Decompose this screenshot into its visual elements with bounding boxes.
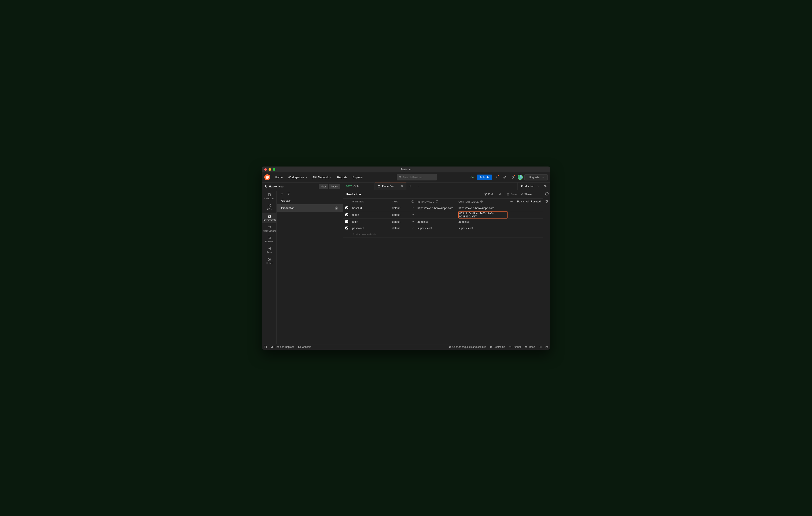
avatar[interactable]: [518, 175, 523, 180]
vnav-history[interactable]: History: [262, 256, 277, 267]
fork-count: 0: [499, 193, 501, 196]
new-tab-button[interactable]: [406, 183, 414, 190]
svg-point-25: [537, 194, 537, 194]
save-button[interactable]: Save: [505, 192, 518, 197]
info-icon[interactable]: [480, 200, 483, 203]
col-type: TYPE: [390, 200, 416, 203]
nav-explore[interactable]: Explore: [350, 174, 365, 180]
cell-current[interactable]: adminius: [457, 220, 509, 223]
cell-variable[interactable]: login: [351, 220, 390, 223]
vnav-mock[interactable]: Mock Servers: [262, 223, 277, 234]
row-checkbox[interactable]: [343, 213, 351, 216]
svg-point-24: [536, 194, 536, 194]
tab-overflow-button[interactable]: [414, 183, 422, 190]
nav-api-network[interactable]: API Network: [310, 174, 334, 180]
row-checkbox[interactable]: [343, 220, 351, 223]
workspace-name-button[interactable]: Hacker Noon: [264, 185, 285, 188]
cell-current[interactable]: supers3cret: [457, 226, 509, 230]
env-item-globals[interactable]: Globals: [277, 197, 343, 204]
capture-cookies-button[interactable]: Capture requests and cookies: [448, 345, 486, 348]
new-button[interactable]: New: [319, 184, 328, 189]
cell-type[interactable]: default: [390, 220, 416, 223]
svg-point-18: [417, 186, 418, 186]
nav-api-network-label: API Network: [312, 176, 329, 179]
env-item-production[interactable]: Production: [277, 204, 343, 212]
invite-button[interactable]: Invite: [477, 175, 492, 180]
vnav-history-label: History: [266, 262, 272, 264]
search-box[interactable]: [397, 174, 437, 180]
cell-current[interactable]: https://paysis.herokuapp.com: [457, 207, 509, 210]
notifications-button[interactable]: [510, 174, 516, 180]
notification-dot: [498, 175, 499, 176]
vnav-environments[interactable]: Environments: [262, 213, 277, 223]
cell-variable[interactable]: token: [351, 213, 390, 216]
vnav-apis[interactable]: APIs: [262, 202, 277, 213]
tab-auth[interactable]: POST Auth: [343, 183, 375, 190]
environment-selector[interactable]: Production: [517, 183, 550, 190]
vnav-flows[interactable]: Flows: [262, 245, 277, 256]
vnav-environments-label: Environments: [263, 219, 276, 221]
search-input[interactable]: [403, 176, 435, 179]
svg-point-3: [504, 177, 505, 178]
info-icon[interactable]: [436, 200, 438, 203]
cell-initial[interactable]: adminius: [416, 220, 457, 223]
add-variable-row[interactable]: Add a new variable: [343, 232, 543, 238]
settings-button[interactable]: [501, 174, 508, 180]
nav-home[interactable]: Home: [273, 174, 285, 180]
svg-rect-10: [268, 226, 271, 228]
cell-type[interactable]: default: [390, 226, 416, 230]
sat-button[interactable]: [494, 174, 500, 180]
find-replace-button[interactable]: Find and Replace: [271, 345, 294, 348]
persist-all-button[interactable]: Persist All: [517, 200, 529, 203]
help-button[interactable]: [545, 346, 548, 348]
cell-variable[interactable]: password: [351, 226, 390, 230]
share-button[interactable]: Share: [519, 192, 533, 197]
postman-icon: [265, 175, 269, 179]
cell-initial[interactable]: https://paysis.herokuapp.com: [416, 207, 457, 210]
nav-reports[interactable]: Reports: [335, 174, 350, 180]
fork-button[interactable]: Fork: [483, 192, 495, 197]
gear-icon: [503, 176, 506, 179]
more-actions-button[interactable]: [534, 192, 540, 196]
col-initial-label: INITIAL VALUE: [417, 201, 434, 203]
import-button[interactable]: Import: [329, 184, 340, 189]
svg-point-32: [512, 201, 513, 202]
close-tab-button[interactable]: [401, 185, 403, 188]
cell-current[interactable]: 033d340a-d9a4-4e83-b9e0-b038330caf17: [457, 211, 509, 218]
layout-button[interactable]: [539, 346, 542, 348]
cell-type[interactable]: default: [390, 207, 416, 210]
vnav-flows-label: Flows: [266, 251, 272, 253]
trash-button[interactable]: Trash: [525, 345, 535, 348]
row-more-icon[interactable]: [510, 200, 513, 204]
filter-env-button[interactable]: [286, 191, 291, 196]
vnav-collections[interactable]: Collections: [262, 191, 277, 202]
cell-initial[interactable]: supers3cret: [416, 226, 457, 230]
info-rail-button[interactable]: [545, 192, 549, 196]
monitors-icon: [268, 236, 271, 240]
bootcamp-button[interactable]: Bootcamp: [490, 345, 505, 348]
cell-type[interactable]: default: [390, 213, 416, 216]
cell-variable[interactable]: baseUrl: [351, 207, 390, 210]
postman-logo[interactable]: [264, 174, 270, 180]
upgrade-button[interactable]: Upgrade: [524, 174, 548, 180]
vnav-monitors[interactable]: Monitors: [262, 234, 277, 245]
info-icon[interactable]: [411, 200, 414, 203]
sync-button[interactable]: [469, 174, 475, 180]
nav-workspaces[interactable]: Workspaces: [286, 174, 309, 180]
reset-all-button[interactable]: Reset All: [531, 200, 541, 203]
svg-point-30: [511, 201, 511, 202]
create-env-button[interactable]: [280, 191, 284, 196]
tab-production[interactable]: Production: [375, 183, 406, 190]
eye-icon[interactable]: [544, 184, 547, 188]
row-checkbox[interactable]: [343, 226, 351, 230]
collections-icon: [268, 193, 271, 196]
changelog-rail-button[interactable]: [545, 200, 549, 205]
row-checkbox[interactable]: [343, 207, 351, 209]
chevron-down-icon: [412, 221, 414, 223]
console-button[interactable]: Console: [298, 345, 311, 348]
main-column: POST Auth Production Production: [343, 183, 550, 344]
sidebar-toggle[interactable]: [264, 345, 267, 348]
svg-point-20: [545, 186, 546, 187]
chevron-down-icon: [330, 176, 332, 178]
runner-button[interactable]: Runner: [509, 345, 521, 348]
